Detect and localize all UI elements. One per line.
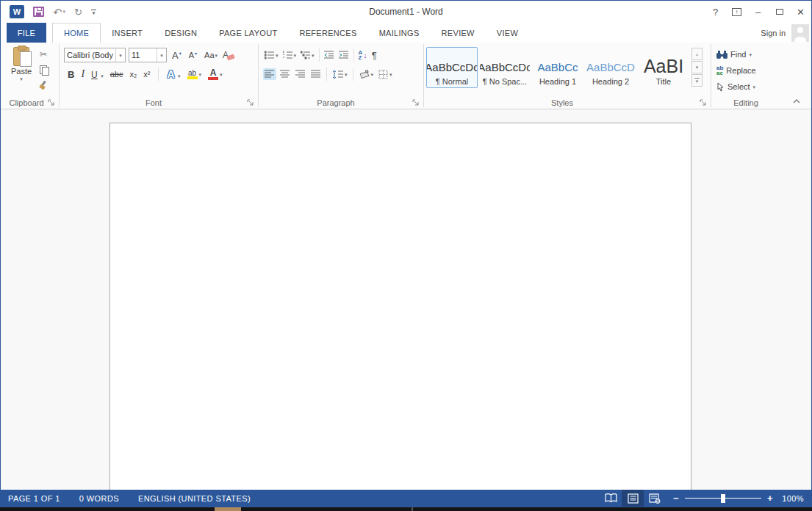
clear-formatting-button[interactable]: A: [223, 50, 234, 60]
tab-file[interactable]: FILE: [7, 23, 46, 43]
style-title[interactable]: AaBI Title: [638, 47, 689, 88]
strikethrough-button[interactable]: abc: [110, 70, 123, 79]
align-right-button[interactable]: [294, 68, 307, 80]
tab-review[interactable]: REVIEW: [431, 23, 486, 43]
italic-button[interactable]: I: [81, 68, 85, 80]
replace-button[interactable]: abac Replace: [714, 62, 778, 79]
web-layout-button[interactable]: [644, 490, 666, 507]
paste-button[interactable]: Paste ▾: [7, 46, 36, 95]
line-spacing-button[interactable]: ▾: [331, 68, 349, 81]
styles-more-button[interactable]: ▾: [691, 74, 703, 87]
justify-button[interactable]: [309, 68, 323, 80]
maximize-button[interactable]: [769, 1, 790, 23]
align-center-button[interactable]: [279, 68, 292, 80]
zoom-in-button[interactable]: +: [767, 493, 773, 504]
word-count-status[interactable]: 0 WORDS: [79, 494, 119, 503]
multilevel-list-button[interactable]: ▾: [299, 49, 316, 61]
show-hide-marks-button[interactable]: ¶: [370, 48, 378, 62]
shading-caret[interactable]: ▾: [371, 72, 374, 77]
superscript-button[interactable]: x²: [143, 70, 150, 79]
ribbon-display-options-button[interactable]: ↑: [726, 1, 747, 23]
format-painter-button[interactable]: [36, 79, 51, 91]
bullets-caret[interactable]: ▾: [276, 53, 279, 58]
text-effects-caret[interactable]: ▾: [178, 73, 181, 79]
style-no-spacing[interactable]: AaBbCcDc ¶ No Spac...: [479, 47, 531, 88]
undo-dropdown-caret[interactable]: ▾: [63, 9, 66, 15]
multilevel-caret[interactable]: ▾: [312, 53, 315, 58]
find-button[interactable]: Find ▾: [714, 46, 778, 62]
copy-button[interactable]: [36, 64, 51, 76]
tab-page-layout[interactable]: PAGE LAYOUT: [208, 23, 288, 43]
align-left-button[interactable]: [263, 68, 276, 80]
select-caret[interactable]: ▾: [753, 84, 756, 90]
select-button[interactable]: Select ▾: [714, 79, 778, 95]
tab-view[interactable]: VIEW: [486, 23, 529, 43]
increase-indent-button[interactable]: [337, 49, 351, 61]
numbering-caret[interactable]: ▾: [294, 53, 297, 58]
customize-qat-button[interactable]: ▾: [91, 10, 96, 14]
zoom-slider-thumb[interactable]: [721, 494, 725, 503]
grow-font-button[interactable]: A▴: [170, 49, 184, 62]
paste-dropdown-caret[interactable]: ▾: [20, 76, 23, 81]
font-group: Calibri (Body ▾ 11 ▾ A▴ A▾ Aa▾ A B I U ▾…: [60, 43, 257, 109]
paragraph-dialog-launcher[interactable]: [412, 99, 420, 106]
text-effects-button[interactable]: A ▾: [167, 68, 180, 81]
word-app-icon[interactable]: W: [10, 5, 24, 18]
font-color-button[interactable]: A ▾: [208, 69, 223, 80]
numbering-button[interactable]: ▾: [281, 49, 298, 61]
borders-caret[interactable]: ▾: [389, 72, 392, 77]
sign-in-link[interactable]: Sign in: [761, 29, 786, 37]
qat-caret-icon: ▾: [93, 12, 96, 14]
zoom-slider[interactable]: [685, 493, 761, 504]
borders-button[interactable]: ▾: [377, 68, 394, 81]
language-status[interactable]: ENGLISH (UNITED STATES): [138, 494, 251, 503]
change-case-button[interactable]: Aa▾: [202, 50, 220, 60]
close-button[interactable]: ✕: [790, 1, 811, 23]
document-page[interactable]: [109, 123, 691, 490]
undo-button[interactable]: ↶ ▾: [53, 7, 65, 18]
tab-mailings[interactable]: MAILINGS: [368, 23, 431, 43]
sort-button[interactable]: AZ ↓: [357, 48, 369, 62]
tab-design[interactable]: DESIGN: [154, 23, 208, 43]
font-dialog-launcher[interactable]: [247, 99, 254, 106]
find-caret[interactable]: ▾: [749, 52, 752, 57]
shrink-font-button[interactable]: A▾: [187, 50, 199, 60]
style-heading2[interactable]: AaBbCcD Heading 2: [585, 47, 636, 88]
tab-home[interactable]: HOME: [52, 23, 101, 43]
minimize-button[interactable]: –: [747, 1, 769, 23]
help-button[interactable]: ?: [705, 1, 726, 23]
decrease-indent-button[interactable]: [323, 49, 336, 61]
styles-scroll-up-button[interactable]: ▴: [691, 48, 703, 60]
collapse-ribbon-button[interactable]: [792, 98, 801, 104]
style-heading1[interactable]: AaBbCc Heading 1: [532, 47, 583, 88]
print-layout-button[interactable]: [622, 490, 644, 507]
line-spacing-caret[interactable]: ▾: [345, 72, 348, 77]
bold-button[interactable]: B: [68, 69, 74, 80]
clipboard-dialog-launcher[interactable]: [48, 99, 55, 106]
zoom-out-button[interactable]: −: [673, 493, 679, 504]
save-icon[interactable]: [33, 7, 44, 17]
user-avatar[interactable]: [791, 24, 809, 42]
zoom-level-button[interactable]: 100%: [780, 494, 811, 503]
subscript-button[interactable]: x₂: [129, 70, 137, 79]
cut-button[interactable]: ✂: [36, 48, 51, 60]
font-size-combo[interactable]: 11 ▾: [129, 48, 167, 62]
shading-button[interactable]: ▾: [357, 68, 376, 81]
tab-insert[interactable]: INSERT: [101, 23, 154, 43]
styles-scroll-down-button[interactable]: ▾: [691, 61, 703, 73]
underline-caret[interactable]: ▾: [101, 73, 104, 79]
bullets-button[interactable]: ▾: [263, 49, 280, 61]
highlight-caret[interactable]: ▾: [199, 72, 202, 77]
style-normal[interactable]: AaBbCcDc ¶ Normal: [426, 47, 478, 88]
font-color-caret[interactable]: ▾: [220, 72, 223, 77]
highlight-color-button[interactable]: ab ▾: [187, 70, 202, 79]
redo-icon[interactable]: ↻: [74, 7, 82, 17]
font-name-caret-icon[interactable]: ▾: [115, 48, 125, 62]
tab-references[interactable]: REFERENCES: [288, 23, 367, 43]
font-size-caret-icon[interactable]: ▾: [157, 48, 166, 62]
styles-dialog-launcher[interactable]: [700, 99, 707, 106]
font-name-combo[interactable]: Calibri (Body ▾: [64, 48, 126, 62]
underline-button[interactable]: U ▾: [91, 68, 104, 81]
page-count-status[interactable]: PAGE 1 OF 1: [8, 494, 60, 503]
read-mode-button[interactable]: [600, 490, 622, 507]
